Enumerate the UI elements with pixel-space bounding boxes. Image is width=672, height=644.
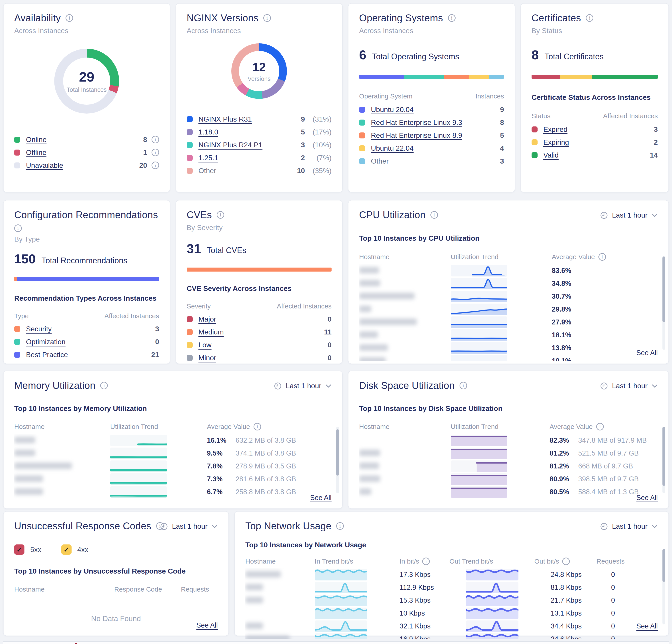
network-see-all-link[interactable]: See All bbox=[636, 622, 658, 630]
legend-label[interactable]: Valid bbox=[543, 151, 559, 159]
memory-title: Memory Utilization bbox=[14, 380, 95, 391]
cves-col-right: Affected Instances bbox=[277, 302, 332, 310]
legend-count: 21 bbox=[151, 351, 159, 359]
cpu-see-all-link[interactable]: See All bbox=[636, 349, 658, 357]
legend-label[interactable]: Expiring bbox=[543, 138, 569, 146]
network-scrollbar-thumb[interactable] bbox=[662, 549, 665, 582]
legend-count: 11 bbox=[324, 328, 332, 336]
rc-col-code: Response Code bbox=[114, 586, 181, 593]
time-range-select[interactable]: Last 1 hour bbox=[600, 522, 658, 530]
legend-swatch bbox=[187, 316, 193, 322]
legend-label[interactable]: Red Hat Enterprise Linux 9.3 bbox=[371, 118, 462, 127]
legend-count: 3 bbox=[301, 141, 305, 149]
legend-label[interactable]: 1.25.1 bbox=[199, 154, 218, 162]
info-icon[interactable] bbox=[430, 211, 438, 219]
response-codes-subhead: Top 10 Instances by Unsuccessful Respons… bbox=[14, 567, 218, 575]
response-codes-see-all-link[interactable]: See All bbox=[196, 621, 218, 629]
blurred-hostname bbox=[245, 571, 281, 577]
info-icon[interactable] bbox=[217, 211, 224, 219]
sparkline-chart bbox=[451, 278, 507, 289]
info-icon[interactable] bbox=[65, 14, 73, 22]
table-row: 16.1%632.2 MB of 3.8 GB bbox=[14, 434, 332, 447]
legend-label[interactable]: Online bbox=[26, 135, 47, 144]
info-icon[interactable] bbox=[422, 558, 430, 565]
memory-scrollbar-thumb[interactable] bbox=[336, 429, 339, 476]
time-range-select[interactable]: Last 1 hour bbox=[600, 211, 658, 219]
blurred-hostname bbox=[359, 463, 379, 469]
legend-label[interactable]: Ubuntu 22.04 bbox=[371, 144, 413, 153]
info-icon[interactable] bbox=[254, 423, 261, 430]
net-col-in: In bit/s bbox=[399, 558, 419, 565]
cpu-table: 83.6%34.8%30.7%29.8%27.9%18.1%13.8%10.1% bbox=[359, 264, 658, 361]
legend-label[interactable]: Ubuntu 20.04 bbox=[371, 106, 413, 114]
sparkline-chart bbox=[110, 486, 167, 498]
legend-label[interactable]: Offline bbox=[26, 148, 46, 157]
sparkline-chart bbox=[451, 473, 507, 485]
bar-segment bbox=[444, 75, 469, 79]
table-row: 18.1% bbox=[359, 329, 658, 342]
legend-label[interactable]: 1.18.0 bbox=[199, 128, 218, 136]
time-range-select[interactable]: Last 1 hour bbox=[274, 382, 332, 390]
info-icon[interactable] bbox=[152, 136, 159, 143]
filter-4xx[interactable]: 4xx bbox=[61, 545, 88, 554]
blurred-hostname bbox=[245, 622, 263, 629]
legend-label[interactable]: NGINX Plus R31 bbox=[199, 115, 252, 123]
usage-detail: 398.5 MB of 9.7 GB bbox=[578, 475, 639, 483]
checkbox-checked-icon[interactable] bbox=[61, 545, 72, 554]
average-value: 34.8% bbox=[552, 279, 571, 288]
time-range-select[interactable]: Last 1 hour bbox=[160, 522, 218, 530]
info-icon[interactable] bbox=[598, 253, 606, 261]
blurred-hostname bbox=[14, 437, 35, 443]
legend-count: 20 bbox=[139, 161, 147, 169]
list-item: Ubuntu 22.044 bbox=[359, 142, 504, 155]
nginx-versions-legend: NGINX Plus R319(31%)1.18.05(17%)NGINX Pl… bbox=[187, 113, 332, 177]
info-icon[interactable] bbox=[596, 423, 604, 430]
info-icon[interactable] bbox=[562, 558, 570, 565]
info-icon[interactable] bbox=[152, 162, 159, 169]
disk-see-all-link[interactable]: See All bbox=[636, 494, 658, 502]
sparkline-chart bbox=[315, 582, 367, 593]
blurred-hostname bbox=[359, 267, 379, 274]
legend-label[interactable]: Major bbox=[199, 315, 216, 323]
certificates-subhead: Certificate Status Across Instances bbox=[531, 93, 658, 102]
legend-label[interactable]: Low bbox=[199, 341, 212, 349]
legend-label[interactable]: Medium bbox=[199, 328, 224, 336]
info-icon[interactable] bbox=[459, 382, 467, 389]
legend-label[interactable]: Optimization bbox=[26, 338, 65, 346]
info-icon[interactable] bbox=[152, 149, 159, 156]
legend-label[interactable]: Minor bbox=[199, 354, 216, 362]
config-list: Security3Optimization0Best Practice21 bbox=[14, 322, 159, 361]
legend-label[interactable]: Unavailable bbox=[26, 161, 63, 169]
table-row: 10 Kbps13.1 Kbps0 bbox=[245, 607, 658, 620]
legend-label[interactable]: Red Hat Enterprise Linux 8.9 bbox=[371, 131, 462, 140]
bar-segment bbox=[531, 75, 560, 79]
table-row: 10.1% bbox=[359, 355, 658, 361]
filter-5xx[interactable]: 5xx bbox=[14, 545, 41, 554]
list-item: Other10(35%) bbox=[187, 164, 332, 177]
table-row: 7.8%278.9 MB of 3.5 GB bbox=[14, 460, 332, 473]
info-icon[interactable] bbox=[14, 225, 22, 232]
response-codes-title: Unsuccessful Response Codes bbox=[14, 521, 151, 532]
memory-see-all-link[interactable]: See All bbox=[310, 494, 332, 502]
info-icon[interactable] bbox=[448, 14, 456, 22]
table-row: 80.5%588.4 MB of 1.3 GB bbox=[359, 486, 658, 499]
info-icon[interactable] bbox=[336, 522, 344, 530]
cpu-scrollbar-thumb[interactable] bbox=[662, 257, 665, 322]
blurred-hostname bbox=[359, 475, 380, 482]
legend-label[interactable]: Security bbox=[26, 325, 52, 333]
legend-label[interactable]: Expired bbox=[543, 125, 567, 133]
info-icon[interactable] bbox=[263, 14, 271, 22]
legend-label[interactable]: NGINX Plus R24 P1 bbox=[199, 141, 262, 149]
info-icon[interactable] bbox=[586, 14, 593, 22]
info-icon[interactable] bbox=[100, 382, 108, 389]
legend-label[interactable]: Best Practice bbox=[26, 351, 68, 359]
sparkline-chart bbox=[466, 582, 518, 593]
checkbox-checked-icon[interactable] bbox=[14, 545, 24, 554]
net-col-in-trend: In Trend bit/s bbox=[315, 558, 367, 565]
legend-count: 5 bbox=[500, 131, 504, 140]
sparkline-chart bbox=[110, 435, 167, 446]
time-range-select[interactable]: Last 1 hour bbox=[600, 382, 658, 390]
disk-scrollbar-thumb[interactable] bbox=[662, 427, 665, 486]
legend-percent: (7%) bbox=[305, 154, 332, 162]
average-value: 81.2% bbox=[550, 462, 575, 470]
